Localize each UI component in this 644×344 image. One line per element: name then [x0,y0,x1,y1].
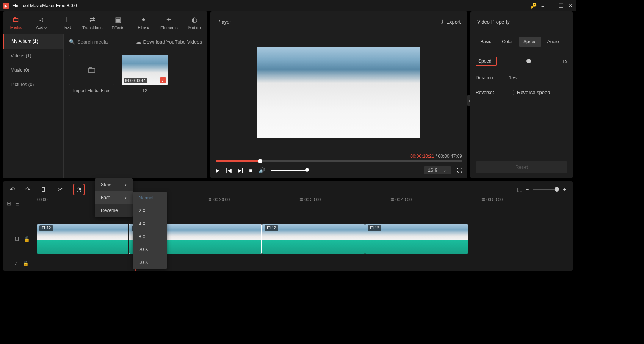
export-icon: ⤴ [441,19,444,25]
music-icon: ♫ [14,261,18,266]
player-progress-bar[interactable] [216,160,462,162]
tab-text[interactable]: TText [54,11,80,34]
next-frame-icon[interactable]: ▶| [238,167,243,173]
zoom-slider[interactable] [533,189,559,190]
video-track[interactable]: 🎞🔓 🎞12 🎞12 🎞12 🎞12 [37,224,573,254]
speed-menu-reverse[interactable]: Reverse [95,204,133,217]
reverse-checkbox[interactable] [509,90,514,95]
remove-track-icon[interactable]: ⊟ [15,200,20,206]
film-icon: 🎞 [370,226,374,230]
film-icon: 🎞 [42,226,45,230]
sidebar-item-myalbum[interactable]: My Album (1) [3,34,63,49]
reset-button[interactable]: Reset [476,161,567,173]
text-icon: T [65,16,69,24]
tab-audio[interactable]: ♫Audio [28,11,54,34]
property-panel: ◀ Video Property Basic Color Speed Audio… [470,11,573,178]
sidebar-item-videos[interactable]: Videos (1) [3,49,63,63]
media-sidebar: My Album (1) Videos (1) Music (0) Pictur… [3,34,64,178]
undo-icon[interactable]: ↶ [10,186,15,193]
sidebar-item-music[interactable]: Music (0) [3,63,63,77]
timeline-clip[interactable]: 🎞12 [365,224,468,254]
speed-8x[interactable]: 8 X [133,230,167,243]
stop-icon[interactable]: ■ [249,167,252,173]
titlebar: ▶ MiniTool MovieMaker Free 8.0.0 🔑 ≡ — ☐… [0,0,576,11]
prev-frame-icon[interactable]: |◀ [226,167,232,173]
chevron-down-icon: ⌄ [443,167,447,173]
aspect-ratio-select[interactable]: 16:9⌄ [424,166,451,174]
film-icon: 🎞 [14,236,19,242]
folder-icon: 🗀 [13,16,19,24]
tab-filters[interactable]: ●Filters [131,11,156,34]
export-button[interactable]: ⤴Export [441,19,461,25]
fullscreen-icon[interactable]: ⛶ [457,167,462,173]
minimize-icon[interactable]: — [549,3,554,9]
filter-icon: ● [141,16,146,24]
player-title: Player [217,19,441,25]
timeline-clip[interactable]: 🎞12 [37,224,128,254]
tab-transitions[interactable]: ⇄Transitions [80,11,105,34]
search-input[interactable]: 🔍Search media [69,39,132,45]
split-icon[interactable]: ✂ [58,186,63,193]
tab-media[interactable]: 🗀Media [3,11,28,34]
speed-menu-fast[interactable]: Fast› [95,191,133,204]
maximize-icon[interactable]: ☐ [559,3,564,9]
fit-icon[interactable]: ▯▯ [517,187,522,192]
delete-icon[interactable]: 🗑 [41,186,47,193]
folder-plus-icon: 🗀 [87,64,96,75]
play-icon[interactable]: ▶ [216,167,220,173]
sidebar-item-pictures[interactable]: Pictures (0) [3,77,63,92]
app-title: MiniTool MovieMaker Free 8.0.0 [12,3,530,8]
speed-2x[interactable]: 2 X [133,204,167,217]
video-preview[interactable] [257,47,420,138]
effects-icon: ▣ [115,16,121,24]
current-time: 00:00:10:21 [410,154,434,159]
download-youtube-button[interactable]: ☁Download YouTube Videos [136,39,202,45]
download-icon: ☁ [136,39,141,45]
speed-4x[interactable]: 4 X [133,217,167,230]
media-clip[interactable]: 🎞00:00:47 ✓ 12 [122,55,168,93]
search-icon: 🔍 [69,39,75,45]
import-media-button[interactable]: 🗀 Import Media Files [69,55,114,93]
speed-context-menu: Slow› Fast› Reverse [95,178,133,217]
total-time: / [436,154,438,159]
film-icon: 🎞 [125,79,129,83]
lock-icon[interactable]: 🔓 [23,261,29,266]
speed-50x[interactable]: 50 X [133,256,167,269]
tab-elements[interactable]: ✦Elements [156,11,182,34]
hamburger-icon[interactable]: ≡ [541,3,544,9]
upgrade-key-icon[interactable]: 🔑 [530,3,537,9]
property-title: Video Property [477,19,566,25]
player-panel: Player ⤴Export 00:00:10:21 / 00:00:47:09… [210,11,467,178]
tab-motion[interactable]: ◐Motion [182,11,207,34]
timeline-panel: ↶ ↷ 🗑 ✂ ◔ ⬚ ▯▯ − + ⊞ ⊟ 00:00 00:00:20:00… [3,181,573,271]
lock-icon[interactable]: 🔓 [24,236,30,242]
redo-icon[interactable]: ↷ [25,186,30,193]
duration-value: 15s [509,75,567,80]
close-icon[interactable]: ✕ [568,3,573,9]
speed-submenu: Normal 2 X 4 X 8 X 20 X 50 X [133,192,167,269]
prop-tab-basic[interactable]: Basic [476,37,496,47]
prop-tab-color[interactable]: Color [497,37,517,47]
check-icon: ✓ [160,77,166,83]
chevron-right-icon: › [125,195,127,200]
speed-tool-icon[interactable]: ◔ [73,184,85,195]
add-track-icon[interactable]: ⊞ [7,200,11,206]
speed-normal[interactable]: Normal [133,192,167,204]
speed-slider[interactable] [501,61,552,61]
film-icon: 🎞 [267,226,271,230]
speed-menu-slow[interactable]: Slow› [95,178,133,191]
app-logo-icon: ▶ [3,3,9,9]
tab-effects[interactable]: ▣Effects [105,11,131,34]
speed-20x[interactable]: 20 X [133,243,167,256]
audio-track[interactable]: ♫🔓 [37,256,573,271]
volume-icon[interactable]: 🔊 [259,167,265,173]
zoom-out-icon[interactable]: − [526,187,529,192]
timeline-clip[interactable]: 🎞12 [262,224,365,254]
volume-slider[interactable] [271,170,309,171]
panel-collapse-handle[interactable]: ◀ [467,95,470,106]
motion-icon: ◐ [191,16,197,24]
zoom-in-icon[interactable]: + [563,187,566,192]
chevron-right-icon: › [125,182,127,187]
prop-tab-audio[interactable]: Audio [543,37,564,47]
prop-tab-speed[interactable]: Speed [519,37,541,47]
